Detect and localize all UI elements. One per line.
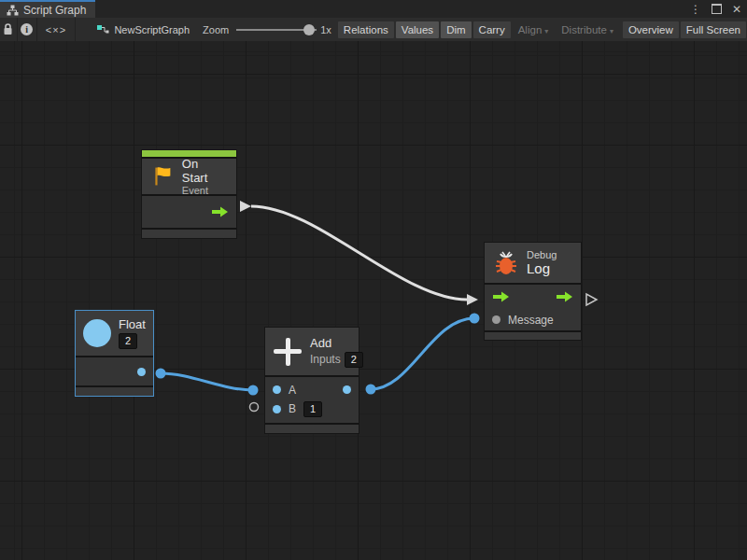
graph-toolbar: i <×> NewScriptGraph Zoom 1x Relations V… (0, 18, 747, 42)
node-header[interactable]: On Start Event (142, 159, 236, 194)
tab-strip: Script Graph ⋮ ✕ (0, 0, 747, 18)
node-footer (485, 332, 581, 340)
node-title: On Start (182, 157, 227, 185)
port-label: Message (508, 314, 554, 327)
node-kind: Debug (527, 249, 557, 260)
maximize-icon[interactable] (712, 4, 722, 14)
zoom-control: Zoom 1x (203, 18, 337, 41)
add-icon (274, 338, 302, 366)
wires-layer (0, 41, 747, 560)
tab-title: Script Graph (23, 4, 86, 17)
flow-input-port[interactable] (492, 291, 510, 302)
info-icon: i (21, 23, 33, 35)
node-header[interactable]: Debug Log (485, 243, 581, 283)
flag-icon (151, 165, 174, 188)
node-ports (76, 357, 153, 385)
node-ports: A B 1 (265, 377, 359, 423)
node-ports (142, 196, 236, 228)
flow-output-port[interactable] (556, 291, 573, 302)
toolbar-separator (75, 18, 76, 41)
flow-output-port[interactable] (211, 206, 229, 217)
lock-icon (3, 23, 13, 35)
inspect-button[interactable]: i (18, 18, 36, 41)
graph-breadcrumb[interactable]: NewScriptGraph (96, 18, 190, 41)
value-output-port[interactable] (343, 385, 351, 394)
distribute-dropdown: Distribute▾ (556, 21, 619, 38)
graph-canvas[interactable]: On Start Event Debug (0, 41, 747, 560)
float-value-field[interactable]: 2 (119, 333, 137, 349)
port-label: A (289, 384, 296, 397)
script-graph-icon (96, 24, 109, 35)
code-icon: <×> (46, 24, 66, 35)
carry-button[interactable]: Carry (473, 21, 511, 38)
wire-start-arrow (240, 201, 251, 212)
close-icon[interactable]: ✕ (732, 4, 741, 15)
node-header[interactable]: Add Inputs 2 (265, 328, 359, 375)
window-menu-icon[interactable]: ⋮ (690, 4, 701, 15)
bug-icon (494, 250, 518, 276)
relations-button[interactable]: Relations (338, 21, 394, 38)
node-footer (142, 230, 236, 238)
node-footer (76, 387, 153, 396)
node-subtitle: Event (182, 185, 227, 196)
value-output-port[interactable] (137, 368, 146, 376)
inputs-count-field[interactable]: 2 (345, 352, 363, 368)
message-input-port[interactable] (492, 315, 500, 324)
overview-button[interactable]: Overview (623, 21, 679, 38)
distribute-label: Distribute (561, 24, 607, 35)
node-on-start[interactable]: On Start Event (141, 149, 237, 239)
wire-end-arrow (467, 294, 478, 305)
chevron-down-icon: ▾ (544, 27, 548, 35)
values-button[interactable]: Values (396, 21, 439, 38)
fullscreen-button[interactable]: Full Screen (681, 21, 746, 38)
node-subtitle: Inputs (310, 353, 341, 366)
b-value-field[interactable]: 1 (303, 401, 322, 417)
edit-code-button[interactable]: <×> (37, 18, 76, 41)
wire-dot (366, 385, 376, 395)
wire-add-to-debug[interactable] (371, 318, 474, 389)
port-b-row: B 1 (265, 401, 359, 417)
input-port-b[interactable] (273, 405, 281, 413)
align-label: Align (518, 24, 543, 35)
wire-dot (470, 314, 480, 324)
flow-output-hint-triangle (586, 294, 597, 305)
chevron-down-icon: ▾ (610, 27, 613, 35)
message-port-row: Message (485, 309, 581, 330)
lock-button[interactable] (0, 18, 17, 41)
unity-visual-scripting-window: Script Graph ⋮ ✕ i <×> (0, 0, 747, 560)
value-input-hint-circle (250, 403, 259, 412)
align-dropdown: Align▾ (513, 21, 555, 38)
node-title: Float (119, 317, 146, 331)
node-title: Log (527, 260, 557, 276)
node-float[interactable]: Float 2 (75, 310, 154, 397)
node-ports: Message (485, 285, 581, 330)
zoom-slider[interactable] (236, 29, 317, 31)
event-accent-bar (142, 150, 236, 157)
node-add[interactable]: Add Inputs 2 A B 1 (264, 327, 359, 434)
node-title: Add (310, 336, 363, 350)
wire-onstart-to-debug[interactable] (251, 206, 467, 300)
window-controls: ⋮ ✕ (690, 0, 741, 18)
zoom-slider-handle[interactable] (303, 24, 315, 35)
graph-name: NewScriptGraph (114, 24, 190, 35)
zoom-value: 1x (320, 24, 331, 35)
node-debug-log[interactable]: Debug Log Message (484, 242, 582, 341)
port-a-row: A (265, 384, 359, 397)
graph-hierarchy-icon (7, 5, 19, 16)
flow-port-row (485, 285, 581, 309)
wire-dot (248, 385, 259, 396)
dim-button[interactable]: Dim (441, 21, 471, 38)
node-header[interactable]: Float 2 (76, 311, 153, 356)
wire-dot (156, 369, 166, 379)
float-type-icon (83, 319, 111, 347)
wire-float-to-add[interactable] (161, 373, 253, 390)
port-label: B (289, 402, 296, 415)
node-footer (265, 425, 359, 433)
zoom-label: Zoom (203, 24, 229, 35)
tab-script-graph[interactable]: Script Graph (0, 0, 95, 18)
input-port-a[interactable] (273, 385, 281, 394)
